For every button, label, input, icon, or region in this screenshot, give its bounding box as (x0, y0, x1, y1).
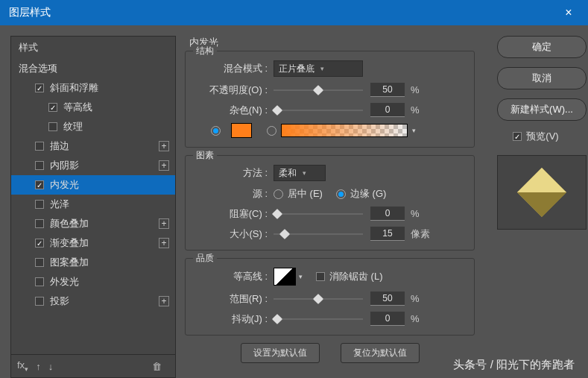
fx-icon[interactable]: fx▾ (17, 359, 28, 373)
legend-quality: 品质 (193, 252, 217, 265)
size-unit: 像素 (411, 227, 430, 241)
choke-slider[interactable] (274, 209, 363, 219)
range-slider[interactable] (274, 294, 363, 304)
size-slider[interactable] (274, 229, 363, 239)
add-effect-icon[interactable]: + (159, 141, 169, 151)
jitter-slider[interactable] (274, 314, 363, 324)
effect-checkbox[interactable] (35, 258, 44, 267)
sidebar-item-label: 颜色叠加 (50, 217, 89, 230)
sidebar-item-9[interactable]: 图案叠加 (11, 253, 175, 272)
add-effect-icon[interactable]: + (159, 238, 169, 248)
blend-mode-select[interactable]: 正片叠底 ▾ (274, 60, 363, 77)
contour-label: 等高线 : (193, 270, 268, 283)
effect-checkbox[interactable] (35, 180, 44, 189)
range-field[interactable] (370, 292, 405, 306)
sidebar-item-4[interactable]: 内阴影+ (11, 156, 175, 175)
source-center-radio[interactable] (274, 189, 283, 199)
ok-button[interactable]: 确定 (497, 36, 587, 58)
opacity-unit: % (411, 84, 420, 95)
sidebar-item-label: 斜面和浮雕 (50, 81, 98, 95)
choke-field[interactable] (370, 207, 405, 221)
opacity-field[interactable] (370, 83, 405, 97)
effect-checkbox[interactable] (35, 219, 44, 228)
arrow-down-icon[interactable]: ↓ (48, 361, 54, 372)
sidebar-blend-options[interactable]: 混合选项 (11, 59, 175, 78)
source-edge-label: 边缘 (G) (350, 187, 386, 201)
close-icon[interactable]: × (558, 2, 579, 23)
antialias-checkbox[interactable] (316, 272, 325, 281)
color-swatch[interactable] (231, 123, 252, 138)
noise-label: 杂色(N) : (193, 104, 268, 117)
sidebar-item-label: 内发光 (50, 178, 79, 192)
chevron-down-icon[interactable]: ▾ (412, 127, 416, 134)
source-label: 源 : (193, 187, 268, 201)
sidebar-item-2[interactable]: 纹理 (11, 117, 175, 136)
chevron-down-icon: ▾ (320, 65, 324, 72)
noise-slider[interactable] (274, 105, 363, 116)
color-radio[interactable] (211, 126, 221, 136)
gradient-preview[interactable] (281, 124, 408, 137)
sidebar-item-3[interactable]: 描边+ (11, 136, 175, 156)
opacity-label: 不透明度(O) : (193, 84, 268, 97)
effect-checkbox[interactable] (35, 239, 44, 248)
fieldset-quality: 品质 等高线 : ▾ 消除锯齿 (L) 范围(R) : % 抖动(J) : % (185, 258, 475, 336)
sidebar-item-7[interactable]: 颜色叠加+ (11, 214, 175, 233)
sidebar-item-10[interactable]: 外发光 (11, 272, 175, 292)
chevron-down-icon[interactable]: ▾ (299, 273, 303, 280)
jitter-unit: % (411, 313, 420, 324)
sidebar-item-11[interactable]: 投影+ (11, 292, 175, 311)
effect-checkbox[interactable] (35, 161, 44, 170)
sidebar-item-8[interactable]: 渐变叠加+ (11, 233, 175, 253)
reset-default-button[interactable]: 复位为默认值 (341, 343, 420, 363)
size-label: 大小(S) : (193, 227, 268, 241)
add-effect-icon[interactable]: + (159, 296, 169, 306)
add-effect-icon[interactable]: + (159, 218, 169, 229)
effect-checkbox[interactable] (48, 122, 57, 131)
effect-checkbox[interactable] (35, 200, 44, 209)
sidebar-item-label: 描边 (50, 139, 69, 153)
size-field[interactable] (370, 227, 405, 241)
sidebar-item-label: 渐变叠加 (50, 236, 89, 250)
preview-thumbnail (497, 155, 587, 230)
sidebar-item-1[interactable]: 等高线 (11, 98, 175, 117)
make-default-button[interactable]: 设置为默认值 (241, 343, 320, 363)
effect-checkbox[interactable] (35, 84, 44, 92)
technique-value: 柔和 (279, 167, 297, 180)
new-style-button[interactable]: 新建样式(W)... (497, 98, 587, 121)
noise-field[interactable] (370, 103, 405, 117)
styles-sidebar: 样式 混合选项 斜面和浮雕等高线纹理描边+内阴影+内发光光泽颜色叠加+渐变叠加+… (10, 36, 176, 378)
fieldset-structure: 结构 混合模式 : 正片叠底 ▾ 不透明度(O) : % 杂色(N) : % (185, 51, 475, 148)
sidebar-styles-header[interactable]: 样式 (11, 37, 175, 59)
blend-mode-label: 混合模式 : (193, 62, 268, 75)
effect-checkbox[interactable] (35, 277, 44, 286)
preview-label: 预览(V) (526, 130, 558, 143)
trash-icon[interactable]: 🗑 (152, 361, 162, 372)
arrow-up-icon[interactable]: ↑ (36, 361, 41, 372)
contour-picker[interactable] (274, 268, 296, 286)
source-edge-radio[interactable] (336, 189, 346, 199)
dialog-title: 图层样式 (9, 6, 558, 19)
sidebar-item-0[interactable]: 斜面和浮雕 (11, 78, 175, 98)
choke-label: 阻塞(C) : (193, 207, 268, 221)
opacity-slider[interactable] (274, 85, 363, 95)
panel-title: 内发光 (189, 36, 475, 49)
preview-checkbox[interactable] (513, 132, 522, 141)
sidebar-item-6[interactable]: 光泽 (11, 195, 175, 214)
noise-unit: % (411, 104, 420, 116)
cancel-button[interactable]: 取消 (497, 67, 587, 89)
sidebar-item-5[interactable]: 内发光 (11, 175, 175, 195)
jitter-field[interactable] (370, 312, 405, 326)
gradient-radio[interactable] (267, 126, 276, 136)
effect-checkbox[interactable] (35, 142, 44, 151)
add-effect-icon[interactable]: + (159, 160, 169, 171)
chevron-down-icon: ▾ (303, 169, 306, 177)
sidebar-item-label: 光泽 (50, 198, 69, 211)
effect-checkbox[interactable] (35, 297, 44, 306)
sidebar-item-label: 内阴影 (50, 159, 79, 172)
range-label: 范围(R) : (193, 292, 268, 306)
technique-select[interactable]: 柔和 ▾ (274, 165, 326, 181)
sidebar-item-label: 等高线 (63, 101, 92, 114)
effect-checkbox[interactable] (48, 103, 57, 112)
source-center-label: 居中 (E) (288, 187, 323, 201)
sidebar-item-label: 投影 (50, 294, 69, 308)
